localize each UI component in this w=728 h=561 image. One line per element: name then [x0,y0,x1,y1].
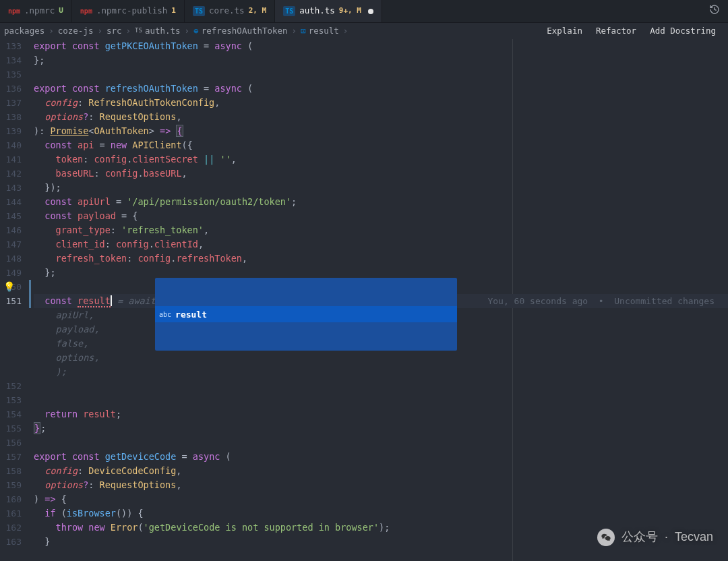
npm-icon: npm [80,6,92,16]
watermark: 公众号 · Tecvan [597,528,713,546]
codelens-explain[interactable]: Explain [547,25,582,38]
status-badge: 9+, M [339,5,361,17]
status-badge: 2, M [249,5,267,17]
lightbulb-icon[interactable]: 💡 [3,280,15,294]
tab-label: .npmrc-publish [96,5,167,18]
editor-tab-bar: npm .npmrc U npm .npmrc-publish 1 TS cor… [0,0,728,23]
code-editor[interactable]: 1331341351361371381391401411421431441451… [0,39,728,561]
tab-label: .npmrc [24,5,55,18]
ts-icon: TS [193,6,205,16]
tab-core-ts[interactable]: TS core.ts 2, M [185,0,275,22]
autocomplete-popup[interactable]: abc result [155,278,457,351]
dirty-indicator-icon [368,9,373,14]
breadcrumb-item[interactable]: src [107,25,122,38]
breadcrumb-item[interactable]: TSauth.ts [135,25,181,38]
breadcrumb: packages› coze-js› src› TSauth.ts› ⊕refr… [0,23,728,39]
autocomplete-item[interactable]: abc result [155,306,457,322]
symbol-text-icon: abc [159,307,171,322]
tab-actions [701,0,728,22]
ts-icon: TS [283,6,295,16]
status-badge: 1 [171,5,176,17]
tab-label: auth.ts [299,5,335,18]
tab-label: core.ts [209,5,245,18]
breadcrumb-symbol[interactable]: ⊕refreshOAuthToken [193,25,287,38]
breadcrumb-item[interactable]: coze-js [58,25,94,38]
autocomplete-label: result [175,307,207,322]
codelens-docstring[interactable]: Add Docstring [650,25,716,38]
code-area[interactable]: export const getPKCEOAuthToken = async (… [34,39,728,561]
status-badge: U [59,5,63,17]
breadcrumb-item[interactable]: packages [4,25,44,38]
breadcrumb-symbol[interactable]: ⊡result [301,25,339,38]
wechat-icon [597,529,615,546]
git-blame-annotation: You, 60 seconds ago • Uncommitted change… [487,294,715,308]
history-icon[interactable] [709,4,720,19]
gutter: 1331341351361371381391401411421431441451… [0,39,34,561]
tab-npmrc-publish[interactable]: npm .npmrc-publish 1 [72,0,185,22]
tab-npmrc[interactable]: npm .npmrc U [0,0,72,22]
npm-icon: npm [8,6,20,16]
codelens-refactor[interactable]: Refactor [596,25,636,38]
tab-auth-ts[interactable]: TS auth.ts 9+, M [275,0,382,22]
